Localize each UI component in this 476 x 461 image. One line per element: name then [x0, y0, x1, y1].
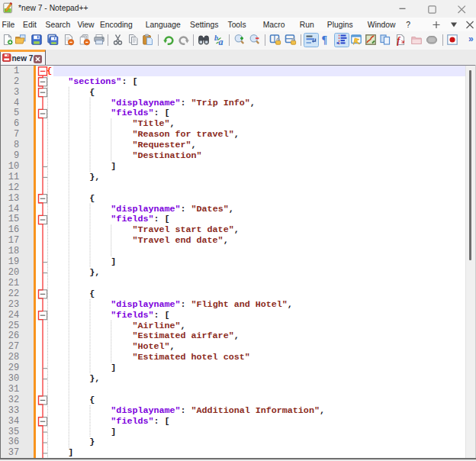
svg-text:a: a — [219, 36, 224, 46]
svg-text:b: b — [214, 34, 218, 42]
svg-text:¶: ¶ — [322, 34, 328, 46]
